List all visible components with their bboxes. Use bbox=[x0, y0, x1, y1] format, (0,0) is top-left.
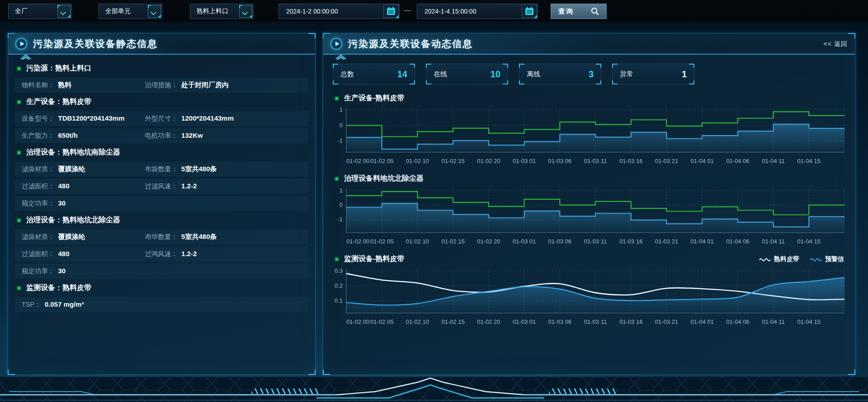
date-range-separator: — bbox=[404, 6, 411, 14]
info-cell: TSP：0.057 mg/m³ bbox=[22, 300, 145, 309]
svg-text:01-04 15: 01-04 15 bbox=[797, 238, 821, 245]
svg-text:01-04 01: 01-04 01 bbox=[690, 158, 713, 164]
date-to-value: 2024-1-4 15:00:00 bbox=[425, 8, 476, 15]
plant-select[interactable]: 全厂 bbox=[8, 4, 72, 19]
info-label: 滤袋材质： bbox=[22, 165, 55, 173]
search-icon bbox=[591, 7, 599, 15]
static-info-title: 污染源及关联设备静态信息 bbox=[33, 37, 158, 50]
query-button[interactable]: 查询 bbox=[551, 4, 607, 19]
info-row: 额定功率：30 bbox=[15, 264, 308, 279]
svg-text:1: 1 bbox=[340, 106, 343, 113]
svg-text:-1: -1 bbox=[337, 216, 343, 223]
info-value: 1.2-2 bbox=[181, 182, 197, 190]
unit-select[interactable]: 全部单元 bbox=[99, 4, 162, 19]
info-value: 5室共480条 bbox=[181, 165, 217, 173]
stat-card: 在线10 bbox=[426, 64, 508, 84]
green-square-icon bbox=[17, 150, 21, 155]
info-value: 480 bbox=[58, 182, 70, 190]
top-filter-bar: 全厂 全部单元 熟料上料口 2024-1-2 00:00:00 — 2024-1… bbox=[0, 0, 868, 23]
info-row: 滤袋材质：覆膜涤纶布华数量：5室共480条 bbox=[15, 229, 308, 244]
info-cell: 过滤风速：1.2-2 bbox=[145, 182, 308, 191]
svg-text:01-04 06: 01-04 06 bbox=[726, 238, 749, 245]
legend-item[interactable]: 预警信 bbox=[810, 255, 844, 263]
svg-text:-1: -1 bbox=[337, 137, 343, 144]
section-title: 监测设备：熟料皮带 bbox=[26, 283, 91, 293]
svg-text:0: 0 bbox=[340, 122, 343, 129]
section-header: 监测设备：熟料皮带 bbox=[15, 281, 308, 295]
svg-text:01-03 16: 01-03 16 bbox=[619, 318, 642, 325]
info-value: 处于封闭厂房内 bbox=[181, 81, 229, 89]
svg-text:01-04 11: 01-04 11 bbox=[762, 158, 784, 164]
svg-text:1: 1 bbox=[340, 187, 343, 194]
info-label: 过鸿风速： bbox=[145, 250, 178, 258]
chart-title: 生产设备-熟料皮带 bbox=[344, 93, 404, 103]
source-select-value: 熟料上料口 bbox=[197, 7, 228, 15]
plant-select-value: 全厂 bbox=[15, 7, 28, 15]
info-label: TSP： bbox=[22, 300, 41, 309]
info-row: 设备型号：TDB1200*204143mm外型尺寸：1200*204143mm bbox=[15, 111, 308, 126]
chart-block: 治理设备料地坑北除尘器10-101-02 0001-02 0501-02 100… bbox=[333, 173, 846, 249]
info-label: 外型尺寸： bbox=[145, 114, 178, 123]
header-chevron-decoration bbox=[20, 54, 32, 60]
info-cell: 布袋数量：5室共480条 bbox=[145, 165, 308, 173]
legend-label: 预警信 bbox=[825, 255, 844, 263]
svg-text:01-03 11: 01-03 11 bbox=[584, 158, 607, 164]
date-from-input[interactable]: 2024-1-2 00:00:00 bbox=[278, 4, 400, 19]
info-cell: 滤袋材质：覆膜涤纶 bbox=[22, 165, 145, 173]
svg-text:01-02 05: 01-02 05 bbox=[370, 158, 393, 164]
chart-canvas: 10-101-02 0001-02 0501-02 1001-02 1501-0… bbox=[333, 104, 846, 167]
back-button[interactable]: << 返回 bbox=[824, 40, 848, 48]
date-to-input[interactable]: 2024-1-4 15:00:00 bbox=[417, 4, 538, 19]
svg-text:01-04 06: 01-04 06 bbox=[726, 158, 749, 164]
svg-text:01-02 15: 01-02 15 bbox=[441, 318, 464, 325]
green-square-icon bbox=[17, 286, 21, 290]
info-cell: 过滤面积：480 bbox=[22, 250, 145, 258]
dynamic-info-title: 污染源及关联设备动态信息 bbox=[348, 37, 473, 50]
info-value: 覆膜涤纶 bbox=[58, 233, 85, 241]
svg-text:0.1: 0.1 bbox=[335, 297, 343, 304]
info-value: 480 bbox=[58, 250, 70, 257]
calendar-icon[interactable] bbox=[522, 5, 537, 18]
unit-select-value: 全部单元 bbox=[105, 7, 131, 15]
chart-title-row: 监测设备-熟料皮带熟料皮带预警信 bbox=[333, 253, 846, 265]
svg-text:0.2: 0.2 bbox=[335, 282, 343, 289]
section-header: 污染源：熟料上料口 bbox=[15, 61, 308, 75]
info-label: 过滤面积： bbox=[22, 182, 55, 191]
info-row: 滤袋材质：覆膜涤纶布袋数量：5室共480条 bbox=[15, 162, 308, 177]
info-value: 650t/h bbox=[58, 131, 78, 139]
info-label: 滤袋材质： bbox=[22, 233, 55, 241]
stat-value: 10 bbox=[491, 69, 500, 79]
green-square-icon bbox=[335, 257, 339, 262]
chart-canvas: 0.30.20.101-02 0001-02 0501-02 1001-02 1… bbox=[333, 265, 846, 327]
device-stats-row: 总数14在线10离线3异常1 bbox=[333, 64, 846, 84]
footer-hatch-left bbox=[251, 388, 319, 394]
info-row: 物料名称：熟料治理措施：处于封闭厂房内 bbox=[15, 78, 308, 93]
svg-text:01-03 11: 01-03 11 bbox=[584, 238, 607, 245]
svg-text:01-02 10: 01-02 10 bbox=[406, 238, 429, 245]
date-from-value: 2024-1-2 00:00:00 bbox=[286, 8, 338, 15]
svg-text:01-03 16: 01-03 16 bbox=[619, 158, 642, 164]
info-cell: 过鸿风速：1.2-2 bbox=[145, 250, 308, 258]
calendar-icon[interactable] bbox=[383, 5, 399, 18]
source-select[interactable]: 熟料上料口 bbox=[190, 4, 254, 19]
chevron-down-icon bbox=[148, 5, 161, 18]
info-label: 设备型号： bbox=[22, 114, 55, 123]
info-label: 额定功率： bbox=[22, 199, 55, 208]
svg-text:01-02 00: 01-02 00 bbox=[346, 238, 369, 245]
svg-text:01-02 15: 01-02 15 bbox=[441, 158, 464, 164]
info-value: 1200*204143mm bbox=[181, 114, 234, 122]
chart-legend: 熟料皮带预警信 bbox=[759, 255, 846, 263]
info-label: 生产能力： bbox=[22, 131, 55, 140]
info-value: 熟料 bbox=[58, 81, 72, 89]
section-header: 生产设备：熟料皮带 bbox=[15, 95, 308, 109]
svg-text:01-02 20: 01-02 20 bbox=[477, 318, 500, 325]
svg-text:01-03 01: 01-03 01 bbox=[513, 158, 536, 164]
stat-card: 总数14 bbox=[333, 64, 415, 84]
query-button-label: 查询 bbox=[558, 7, 574, 16]
legend-item[interactable]: 熟料皮带 bbox=[759, 255, 799, 263]
info-row: 额定功率：30 bbox=[15, 196, 308, 211]
stat-value: 1 bbox=[682, 69, 687, 79]
stat-value: 14 bbox=[397, 69, 407, 79]
info-label: 过滤风速： bbox=[145, 182, 178, 191]
green-square-icon bbox=[335, 96, 339, 101]
